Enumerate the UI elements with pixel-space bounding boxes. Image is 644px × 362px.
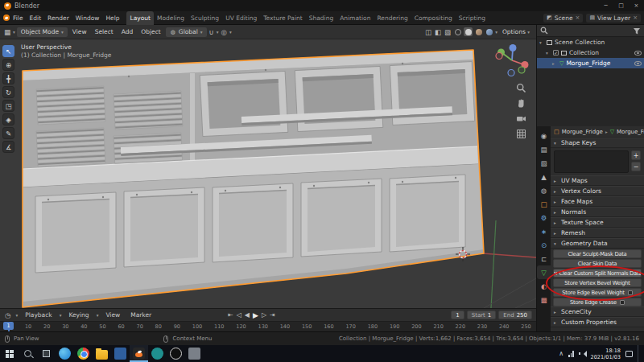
jump-to-start-button[interactable]: ⇤ bbox=[228, 311, 233, 319]
xray-toggle-icon[interactable]: ▨ bbox=[444, 28, 452, 36]
workspace-tab-sculpting[interactable]: Sculpting bbox=[188, 11, 222, 25]
play-reverse-button[interactable]: ◀ bbox=[245, 311, 250, 319]
scale-tool[interactable]: ◳ bbox=[2, 100, 14, 112]
taskbar-app-obs[interactable] bbox=[167, 345, 185, 362]
shape-keys-list[interactable] bbox=[554, 150, 629, 173]
add-shape-key-button[interactable]: + bbox=[631, 150, 641, 160]
frame-end-field[interactable]: End 250 bbox=[498, 311, 532, 319]
blender-menu-icon[interactable] bbox=[3, 14, 10, 21]
shading-rendered-button[interactable] bbox=[485, 27, 493, 36]
editor-type-chevron-icon[interactable]: ▾ bbox=[15, 313, 18, 318]
expand-icon[interactable]: ▸ bbox=[552, 61, 557, 66]
viewport-canvas[interactable]: User Perspective (1) Collection | Morgue… bbox=[0, 39, 536, 308]
properties-tab-scene[interactable]: ▲ bbox=[537, 170, 551, 183]
breadcrumb-data[interactable]: Morgue_Frid bbox=[617, 129, 644, 135]
show-overlays-icon[interactable]: ◧ bbox=[434, 28, 442, 36]
taskbar-app-chrome[interactable] bbox=[74, 345, 93, 362]
workspace-tab-scripting[interactable]: Scripting bbox=[456, 11, 489, 25]
scene-unlink-icon[interactable]: × bbox=[576, 14, 580, 21]
timeline-ruler[interactable]: 110 2030 4050 6070 8090 100110 120130 14… bbox=[0, 321, 536, 331]
zoom-icon[interactable] bbox=[516, 83, 526, 93]
properties-tab-physics[interactable]: ⊙ bbox=[537, 238, 551, 252]
menu-playback[interactable]: Playback bbox=[22, 311, 55, 319]
search-icon[interactable] bbox=[540, 27, 548, 35]
panel-normals[interactable]: ▸ Normals bbox=[551, 207, 644, 217]
breadcrumb-object[interactable]: Morgue_Fridge bbox=[562, 129, 603, 135]
menu-select[interactable]: Select bbox=[92, 27, 117, 36]
panel-geometry-data[interactable]: ▾ Geometry Data bbox=[551, 238, 644, 249]
workspace-tab-shading[interactable]: Shading bbox=[306, 11, 336, 25]
minimize-button[interactable]: ─ bbox=[598, 0, 613, 11]
jump-to-end-button[interactable]: ⇥ bbox=[270, 311, 275, 319]
store-edge-crease-button[interactable]: Store Edge Crease bbox=[553, 298, 642, 306]
properties-tab-world[interactable]: ◍ bbox=[537, 183, 551, 197]
menu-view[interactable]: View bbox=[69, 27, 90, 36]
collection-checkbox[interactable]: ✓ bbox=[553, 50, 559, 56]
workspace-tab-layout[interactable]: Layout bbox=[126, 11, 154, 25]
menu-object[interactable]: Object bbox=[138, 27, 163, 36]
workspace-tab-animation[interactable]: Animation bbox=[336, 11, 374, 25]
filter-icon[interactable] bbox=[633, 27, 641, 35]
perspective-toggle-icon[interactable] bbox=[516, 129, 526, 139]
scene-selector[interactable]: ◩ Scene × bbox=[543, 14, 583, 23]
menu-marker[interactable]: Marker bbox=[127, 311, 155, 319]
expand-icon[interactable]: ▾ bbox=[539, 40, 544, 45]
checkbox[interactable] bbox=[628, 290, 633, 295]
clock[interactable]: 18:18 2021/01/03 bbox=[591, 348, 621, 360]
panel-uv-maps[interactable]: ▸ UV Maps bbox=[551, 175, 644, 186]
snap-magnet-icon[interactable]: ∪ bbox=[208, 28, 215, 36]
store-vertex-bevel-weight-button[interactable]: Store Vertex Bevel Weight bbox=[553, 278, 642, 287]
volume-icon[interactable] bbox=[579, 350, 586, 357]
tray-chevron-icon[interactable]: ∧ bbox=[559, 350, 564, 357]
remove-shape-key-button[interactable]: − bbox=[631, 162, 641, 171]
start-button[interactable] bbox=[0, 345, 19, 362]
panel-face-maps[interactable]: ▸ Face Maps bbox=[551, 196, 644, 207]
menu-file[interactable]: File bbox=[10, 13, 27, 23]
maximize-button[interactable]: □ bbox=[613, 0, 629, 11]
panel-texture-space[interactable]: ▸ Texture Space bbox=[551, 217, 644, 228]
editor-type-icon[interactable]: ▦ bbox=[3, 28, 11, 36]
outliner-row-morgue-fridge[interactable]: ▸ ▽ Morgue_Fridge bbox=[537, 58, 644, 68]
workspace-tab-texture-paint[interactable]: Texture Paint bbox=[260, 11, 305, 25]
eye-icon[interactable] bbox=[634, 51, 642, 56]
workspace-tab-modeling[interactable]: Modeling bbox=[154, 11, 188, 25]
next-keyframe-button[interactable]: ▷ bbox=[262, 311, 266, 319]
shading-material-button[interactable] bbox=[474, 27, 483, 36]
pan-hand-icon[interactable] bbox=[516, 98, 526, 109]
outliner-row-collection[interactable]: ▾ ✓ Collection bbox=[537, 47, 644, 58]
scene-render[interactable] bbox=[0, 39, 536, 308]
taskbar-app-blue[interactable] bbox=[111, 345, 130, 362]
expand-icon[interactable]: ▾ bbox=[546, 51, 551, 56]
task-view-button[interactable] bbox=[37, 345, 56, 362]
workspace-tab-rendering[interactable]: Rendering bbox=[374, 11, 411, 25]
shading-solid-button[interactable] bbox=[464, 27, 473, 36]
close-button[interactable]: × bbox=[629, 0, 644, 11]
workspace-tab-uv-editing[interactable]: UV Editing bbox=[222, 11, 260, 25]
move-tool[interactable]: ╋ bbox=[2, 72, 14, 84]
clear-skin-data-button[interactable]: Clear Skin Data bbox=[553, 259, 642, 268]
options-dropdown[interactable]: Options ▾ bbox=[499, 27, 533, 36]
view-layer-selector[interactable]: ▤ View Layer × bbox=[586, 14, 641, 23]
menu-help[interactable]: Help bbox=[102, 13, 122, 23]
taskbar-app-edge[interactable] bbox=[56, 345, 74, 362]
notification-center-icon[interactable] bbox=[625, 351, 633, 357]
show-desktop-button[interactable] bbox=[638, 345, 641, 362]
menu-keying[interactable]: Keying bbox=[65, 311, 92, 319]
menu-view-timeline[interactable]: View bbox=[102, 311, 123, 319]
proportional-edit-icon[interactable]: ◎ bbox=[221, 28, 228, 36]
playhead[interactable]: 1 bbox=[3, 322, 14, 330]
editor-type-icon[interactable]: ◷ bbox=[4, 311, 11, 319]
taskbar-app-teal[interactable] bbox=[148, 345, 167, 362]
taskbar-app-blender[interactable] bbox=[130, 345, 148, 362]
properties-tab-constraints[interactable]: ⊏ bbox=[537, 252, 551, 265]
select-box-tool[interactable]: ↖ bbox=[2, 45, 14, 57]
menu-add[interactable]: Add bbox=[118, 27, 137, 36]
checkbox[interactable] bbox=[620, 300, 625, 305]
panel-remesh[interactable]: ▸ Remesh bbox=[551, 228, 644, 238]
mode-select[interactable]: Object Mode ▾ bbox=[17, 27, 68, 37]
properties-tab-object[interactable]: □ bbox=[537, 197, 551, 211]
proportional-chevron-icon[interactable]: ▾ bbox=[229, 30, 232, 35]
clear-custom-split-normals-button[interactable]: × Clear Custom Split Normals Data bbox=[553, 269, 642, 278]
transform-orientation-select[interactable]: ◍ Global ▾ bbox=[166, 27, 207, 37]
panel-scenecity[interactable]: ▸ SceneCity bbox=[551, 306, 644, 317]
